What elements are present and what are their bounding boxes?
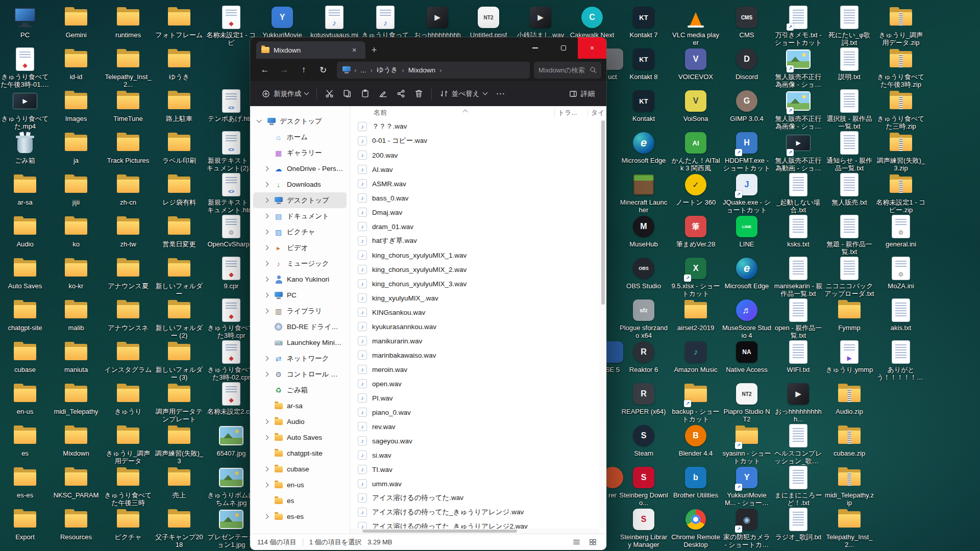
maximize-button[interactable] [549, 37, 578, 59]
file-row[interactable]: ♪？？？.wav [350, 119, 599, 134]
desktop-icon[interactable]: midi_Telepathy [51, 382, 102, 415]
delete-button[interactable] [410, 85, 428, 103]
expander[interactable] [262, 436, 270, 439]
desktop-icon[interactable]: DDiscord [721, 47, 772, 81]
sidebar-item[interactable]: Launchkey Mini (F:) [253, 335, 347, 350]
desktop-icon[interactable]: ◆きゅうり食べてた午後3時-01.cpr [0, 47, 51, 88]
column-divider[interactable] [554, 109, 555, 116]
breadcrumb-item[interactable]: ... [358, 65, 368, 75]
desktop-icon[interactable]: 選択肢 - 親作品一覧.txt [824, 89, 875, 130]
sidebar-item[interactable]: ⚙コントロール パネル [253, 366, 347, 382]
file-row[interactable]: ♪0-01 - コピー.wav [350, 134, 599, 148]
desktop-icon[interactable]: open - 親作品一覧.txt [773, 298, 824, 339]
sidebar-item[interactable]: en-us [253, 477, 347, 493]
desktop-icon[interactable]: SSteam [618, 423, 669, 457]
desktop-icon[interactable]: 無人販売.txt [824, 172, 875, 206]
expander[interactable] [262, 483, 270, 487]
up-button[interactable]: ↑ [294, 61, 313, 79]
close-button[interactable]: × [578, 37, 606, 59]
back-button[interactable]: ← [255, 61, 275, 79]
rename-button[interactable] [374, 85, 392, 103]
desktop-icon[interactable]: 売上 [154, 465, 205, 499]
desktop-icon[interactable]: SSteinberg Library Manager [618, 507, 669, 548]
desktop-icon[interactable]: RReaktor 6 [618, 340, 669, 373]
desktop-icon[interactable]: Mixdown [51, 423, 102, 457]
desktop-icon[interactable]: es-es [0, 465, 51, 499]
file-row[interactable]: ♪piano_0.wav [350, 405, 599, 419]
desktop-icon[interactable]: en-us [0, 382, 51, 415]
desktop-icon[interactable]: ar-sa [0, 172, 51, 206]
desktop-icon[interactable]: 名称未設定1 - コピー.zip [875, 172, 926, 214]
file-row[interactable]: ♪dram_01.wav [350, 219, 599, 234]
file-row[interactable]: ♪si.wav [350, 448, 599, 462]
search-input[interactable] [538, 66, 586, 74]
expander[interactable] [262, 372, 270, 376]
file-row[interactable]: ♪meroin.wav [350, 362, 599, 377]
desktop-icon[interactable]: CCakewalk Next [567, 5, 618, 39]
desktop-icon[interactable]: 通知らせ - 親作品一覧.txt [824, 131, 875, 172]
desktop-icon[interactable]: 説明.txt [824, 47, 875, 81]
desktop-icon[interactable]: 死にたい_φ歌詞.txt [824, 5, 875, 46]
sidebar-item[interactable]: BD-RE ドライブ (D:) MrPC2... [253, 319, 347, 335]
desktop-icon[interactable]: 調声用データテンプレート [154, 382, 205, 423]
desktop-icon[interactable]: cubase.zip [824, 423, 875, 457]
desktop-icon[interactable]: きゅうり_調声用データ [103, 423, 154, 465]
column-header-name[interactable]: 名前 [374, 108, 551, 117]
desktop-icon[interactable]: ♪Amazon Music [670, 340, 721, 373]
desktop-icon[interactable]: アナウンス夏 [103, 256, 154, 290]
expander[interactable] [262, 278, 270, 281]
sidebar-item[interactable]: chatgpt-site [253, 445, 347, 461]
expander[interactable] [262, 309, 270, 313]
desktop-icon[interactable]: フォトフレーム [154, 5, 205, 39]
desktop-icon[interactable]: ♬MuseScore Studio 4 [721, 298, 772, 339]
desktop-icon[interactable]: ピクチャ [103, 507, 154, 541]
desktop-icon[interactable]: CMSCMS [721, 5, 772, 39]
desktop-icon[interactable]: Track Pictures [103, 131, 154, 164]
desktop-icon[interactable]: ja [51, 131, 102, 164]
file-row[interactable]: ♪open.wav [350, 377, 599, 391]
desktop-icon[interactable]: runtimes [103, 5, 154, 39]
file-row[interactable]: ♪king_chorus_xyulyuMIX_1.wav [350, 248, 599, 262]
thumbnail-view-button[interactable] [586, 537, 599, 548]
file-row[interactable]: ♪アイス溶けるの待ってた_きゅうりアレンジ2.wav [350, 519, 599, 529]
desktop-icon[interactable]: Audio [0, 214, 51, 248]
desktop-icon[interactable]: KTKontakt [618, 89, 669, 122]
desktop-icon[interactable]: VVoiSona [670, 89, 721, 122]
expander[interactable] [262, 230, 270, 234]
sidebar-item[interactable]: ⌂ホーム [253, 129, 347, 145]
sidebar-item[interactable]: ☁OneDrive - Personal [253, 161, 347, 177]
desktop-icon[interactable]: ▶↗無人販売不正行為動画 - ショートカット [773, 131, 824, 172]
desktop-icon[interactable]: AIかんたん！AITalk 3 関西風 [670, 131, 721, 172]
file-row[interactable]: ♪rev.wav [350, 419, 599, 434]
desktop-icon[interactable]: ニコニコバックアップローダ.txt [824, 256, 875, 297]
desktop-icon[interactable]: Telepathy_Inst_2... [103, 47, 154, 88]
expander[interactable] [262, 198, 270, 202]
file-row[interactable]: ♪AI.wav [350, 162, 599, 177]
desktop-icon[interactable]: レジ袋有料 [154, 172, 205, 206]
desktop-icon[interactable]: ◆きゅうり食べてた3時-02.cpr [206, 340, 257, 381]
desktop-icon[interactable]: akis.txt [875, 298, 926, 332]
desktop-icon[interactable]: ksks.txt [773, 214, 824, 248]
desktop-icon[interactable]: ↗無人販売不正行為画像 - ショートカット [773, 89, 824, 130]
desktop-icon[interactable]: NT2Untitled.ppsf [463, 5, 514, 39]
new-button[interactable]: 新規作成 [257, 85, 313, 103]
desktop-icon[interactable]: RREAPER (x64) [618, 382, 669, 415]
expander[interactable] [262, 357, 270, 360]
desktop-icon[interactable]: VVOICEVOX [670, 47, 721, 81]
desktop-icon[interactable]: Chrome Remote Desktop [670, 507, 721, 548]
sidebar-item[interactable]: ▸ビデオ [253, 240, 347, 256]
desktop-icon[interactable]: ⚙general.ini [875, 214, 926, 248]
expander[interactable] [262, 183, 270, 186]
desktop-icon[interactable]: <>テンポあげ.htm [206, 89, 257, 122]
file-row[interactable]: ♪manikurarin.wav [350, 334, 599, 348]
desktop-icon[interactable]: midi_Telepathy.zip [824, 465, 875, 507]
file-row[interactable]: ♪kyukurasannkou.wav [350, 319, 599, 334]
desktop-icon[interactable]: H↗HDDFMT.exe - ショートカット [721, 131, 772, 172]
desktop-icon[interactable]: ◆名称未設定1 - コピ [206, 5, 257, 46]
desktop-icon[interactable]: Images [51, 89, 102, 122]
cut-button[interactable] [321, 85, 338, 103]
copy-button[interactable] [338, 85, 356, 103]
sidebar-item[interactable]: ▦ギャラリー [253, 145, 347, 161]
desktop-icon[interactable]: KTKontakt 7 [618, 5, 669, 39]
desktop-icon[interactable]: chatgpt-site [0, 298, 51, 332]
